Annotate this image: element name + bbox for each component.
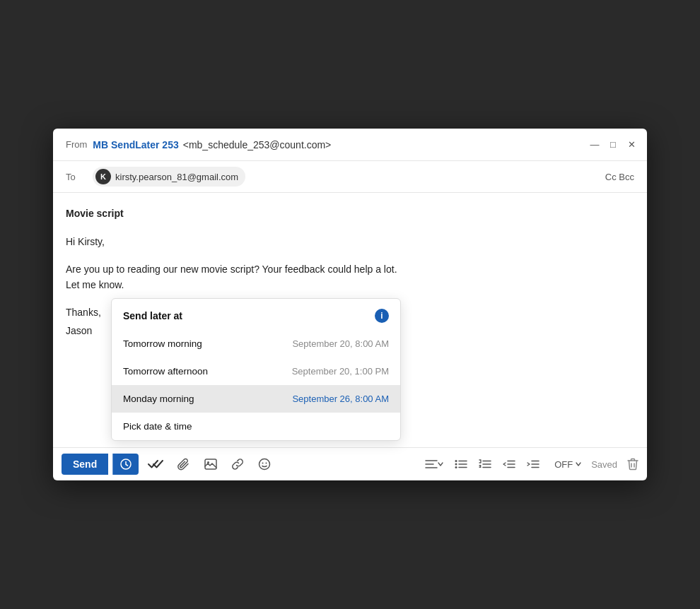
send-clock-button[interactable] [112, 454, 139, 475]
align-button[interactable] [420, 456, 448, 473]
sender-email: <mb_schedule_253@count.com> [183, 139, 332, 150]
option-date-1: September 20, 1:00 PM [292, 366, 389, 377]
sender-name: MB SendLater 253 [93, 139, 178, 150]
check-all-button[interactable] [143, 455, 168, 473]
close-button[interactable]: ✕ [626, 139, 637, 150]
svg-point-6 [455, 460, 457, 462]
cc-bcc-button[interactable]: Cc Bcc [605, 172, 634, 182]
option-label-3: Pick date & time [123, 421, 192, 432]
emoji-button[interactable] [253, 454, 276, 474]
saved-label: Saved [591, 459, 617, 470]
option-label-0: Tomorrow morning [123, 338, 202, 349]
svg-point-4 [262, 463, 264, 464]
off-label: OFF [554, 459, 573, 470]
indent-button[interactable] [522, 456, 544, 473]
trash-icon [627, 458, 638, 471]
emoji-icon [258, 458, 271, 471]
image-icon [204, 458, 217, 471]
chevron-down-icon [438, 462, 443, 466]
minimize-button[interactable]: — [589, 139, 600, 150]
recipient-chip[interactable]: K kirsty.pearson_81@gmail.com [93, 167, 245, 187]
outdent-icon [503, 459, 515, 469]
compose-window: From MB SendLater 253 <mb_schedule_253@c… [53, 129, 647, 480]
send-later-option-3[interactable]: Pick date & time [112, 413, 400, 440]
bullet-list-button[interactable] [450, 456, 472, 473]
window-controls: — □ ✕ [589, 139, 637, 150]
bullet-list-icon [455, 459, 467, 469]
email-main-text: Are you up to reading our new movie scri… [66, 261, 634, 293]
clock-icon [120, 459, 132, 470]
link-button[interactable] [226, 454, 249, 474]
send-button-label: Send [73, 459, 97, 470]
to-label: To [66, 172, 86, 182]
svg-point-3 [259, 459, 270, 470]
toolbar-right: OFF Saved [420, 456, 638, 473]
indent-icon [527, 459, 539, 469]
avatar: K [95, 169, 111, 184]
option-date-2: September 26, 8:00 AM [292, 394, 389, 404]
off-toggle[interactable]: OFF [554, 459, 581, 470]
option-date-0: September 20, 8:00 AM [292, 338, 389, 349]
off-chevron-icon [576, 462, 581, 466]
svg-point-8 [455, 466, 457, 468]
send-later-option-1[interactable]: Tomorrow afternoon September 20, 1:00 PM [112, 357, 400, 385]
recipient-email: kirsty.pearson_81@gmail.com [115, 172, 238, 182]
option-label-1: Tomorrow afternoon [123, 366, 208, 377]
link-icon [231, 458, 244, 471]
svg-point-5 [266, 463, 267, 464]
align-icon [425, 459, 438, 469]
send-later-option-0[interactable]: Tomorrow morning September 20, 8:00 AM [112, 330, 400, 357]
numbered-list-icon [479, 459, 491, 469]
paperclip-icon [177, 458, 190, 471]
image-button[interactable] [199, 454, 222, 474]
send-later-header: Send later at i [112, 299, 400, 330]
maximize-button[interactable]: □ [607, 139, 619, 150]
delete-button[interactable] [627, 458, 638, 471]
to-row: To K kirsty.pearson_81@gmail.com Cc Bcc [53, 161, 647, 193]
format-group [420, 456, 544, 473]
svg-point-7 [455, 463, 457, 466]
toolbar: Send [53, 447, 647, 480]
attach-button[interactable] [173, 454, 195, 474]
send-button[interactable]: Send [62, 454, 108, 475]
from-label: From [66, 139, 87, 150]
send-later-option-2[interactable]: Monday morning September 26, 8:00 AM [112, 385, 400, 413]
email-subject: Movie script [66, 206, 634, 221]
option-label-2: Monday morning [123, 394, 194, 404]
numbered-list-button[interactable] [474, 456, 496, 473]
check-all-icon [148, 459, 163, 470]
info-icon[interactable]: i [375, 309, 389, 323]
outdent-button[interactable] [498, 456, 520, 473]
send-later-title: Send later at [123, 310, 182, 321]
send-later-popup: Send later at i Tomorrow morning Septemb… [111, 298, 401, 441]
title-bar: From MB SendLater 253 <mb_schedule_253@c… [53, 129, 647, 161]
email-greeting: Hi Kirsty, [66, 234, 634, 249]
